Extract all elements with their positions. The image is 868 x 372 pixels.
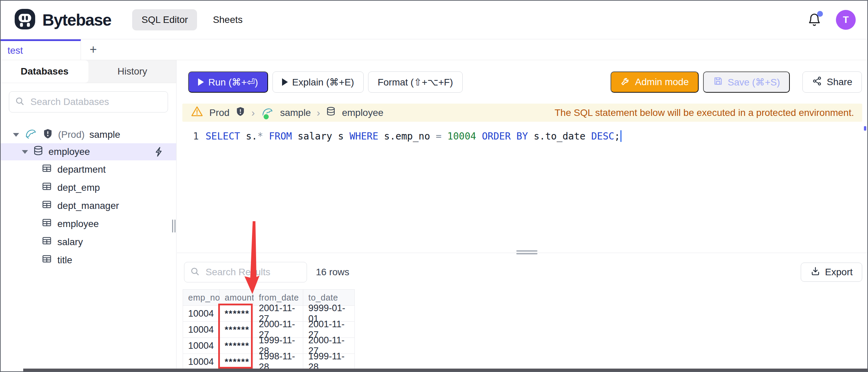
database-search[interactable] <box>9 91 168 112</box>
environment-shield-icon <box>235 106 246 119</box>
chevron-down-icon[interactable] <box>13 133 19 137</box>
row-count: 16 rows <box>316 267 349 278</box>
tree-table-row[interactable]: department <box>1 160 176 178</box>
chevron-separator: › <box>251 108 255 118</box>
horizontal-scrollbar[interactable] <box>23 369 867 371</box>
table-grid-icon <box>42 181 52 194</box>
sidebar: Databases History <box>1 60 177 369</box>
database-cylinder-icon <box>33 145 44 159</box>
app-window: Bytebase SQL Editor Sheets T test + Data… <box>0 0 868 372</box>
search-databases-input[interactable] <box>30 96 162 108</box>
tree-table-row[interactable]: employee <box>1 215 176 233</box>
result-cell[interactable]: 10004 <box>183 322 220 338</box>
explain-button[interactable]: Explain (⌘+E) <box>272 71 364 93</box>
table-name-label: department <box>57 164 106 175</box>
table-name-label: title <box>57 255 72 266</box>
tree-table-row[interactable]: dept_emp <box>1 178 176 197</box>
breadcrumb-env[interactable]: Prod <box>209 107 229 118</box>
avatar[interactable]: T <box>836 10 856 30</box>
results-grid: emp_noamountfrom_dateto_date10004******2… <box>183 290 355 369</box>
mysql-dolphin-icon <box>261 106 274 120</box>
annotation-arrow <box>240 219 267 297</box>
table-grid-icon <box>42 199 52 212</box>
top-bar: Bytebase SQL Editor Sheets T <box>1 1 867 39</box>
annotation-highlight-box <box>218 304 253 369</box>
warning-triangle-icon <box>191 105 204 120</box>
notification-bell-icon[interactable] <box>807 12 822 27</box>
instance-env-label: (Prod) <box>58 129 85 140</box>
search-icon <box>190 266 200 278</box>
sql-statement[interactable]: SELECT s.* FROM salary s WHERE s.emp_no … <box>206 131 620 142</box>
sidebar-tabs: Databases History <box>1 60 176 83</box>
chevron-down-icon[interactable] <box>22 150 28 154</box>
result-cell[interactable]: 10004 <box>183 354 220 369</box>
editor-toolbar: Run (⌘+⏎) Explain (⌘+E) Format (⇧+⌥+F) A… <box>188 71 862 93</box>
sheet-tab-label: test <box>8 45 23 56</box>
sidebar-resize-handle[interactable] <box>172 220 176 232</box>
tab-history[interactable]: History <box>88 60 176 83</box>
admin-mode-button[interactable]: Admin mode <box>611 71 699 93</box>
database-cylinder-icon <box>326 106 336 119</box>
tree-table-row[interactable]: salary <box>1 233 176 251</box>
format-button[interactable]: Format (⇧+⌥+F) <box>368 71 463 93</box>
table-grid-icon <box>42 236 52 248</box>
table-name-label: dept_manager <box>57 200 119 211</box>
export-button[interactable]: Export <box>801 263 862 282</box>
connection-status-dot <box>263 113 270 120</box>
line-number: 1 <box>177 131 199 142</box>
sql-editor[interactable]: 1 SELECT s.* FROM salary s WHERE s.emp_n… <box>177 129 867 144</box>
table-name-label: salary <box>57 237 83 248</box>
top-nav: SQL Editor Sheets <box>132 9 242 30</box>
panel-resize-handle[interactable] <box>516 250 537 256</box>
table-name-label: employee <box>57 218 99 229</box>
nav-sql-editor[interactable]: SQL Editor <box>132 9 197 30</box>
column-header[interactable]: emp_no <box>183 290 220 306</box>
save-floppy-icon <box>713 76 723 89</box>
save-button[interactable]: Save (⌘+S) <box>703 71 790 93</box>
play-icon <box>282 78 288 86</box>
brand[interactable]: Bytebase <box>14 9 111 31</box>
result-cell[interactable]: 10004 <box>183 338 220 354</box>
wrench-icon <box>620 76 631 89</box>
bytebase-logo-icon <box>14 9 36 31</box>
environment-shield-icon <box>42 128 53 142</box>
chevron-separator: › <box>317 108 320 118</box>
table-name-label: dept_emp <box>57 182 100 193</box>
mysql-dolphin-icon <box>24 127 38 143</box>
table-grid-icon <box>42 217 52 230</box>
nav-sheets[interactable]: Sheets <box>213 14 242 25</box>
add-sheet-button[interactable]: + <box>81 39 106 60</box>
brand-name: Bytebase <box>42 11 111 29</box>
editor-panel: Run (⌘+⏎) Explain (⌘+E) Format (⇧+⌥+F) A… <box>177 60 867 369</box>
breadcrumb-table[interactable]: employee <box>342 107 383 118</box>
breadcrumb-database[interactable]: sample <box>280 107 311 118</box>
text-cursor <box>620 130 621 142</box>
protected-environment-warning: The SQL statement below will be executed… <box>555 107 854 118</box>
editor-overview-ruler-mark <box>864 126 866 131</box>
tree-database-row-selected[interactable]: employee <box>1 143 176 160</box>
table-list: department dept_emp dept_manager <box>1 160 176 269</box>
run-button[interactable]: Run (⌘+⏎) <box>188 71 268 93</box>
tab-databases[interactable]: Databases <box>1 60 88 83</box>
results-toolbar: 16 rows Export <box>184 262 862 283</box>
breadcrumb: Prod › sample › <box>182 104 862 122</box>
instance-name-label: sample <box>89 129 120 140</box>
result-cell[interactable]: 1998-11-28 <box>254 354 303 369</box>
results-table: emp_noamountfrom_dateto_date10004******2… <box>183 289 355 369</box>
download-icon <box>810 266 821 279</box>
tree-table-row[interactable]: dept_manager <box>1 197 176 215</box>
result-cell[interactable]: 10004 <box>183 306 220 322</box>
result-cell[interactable]: 1999-11-28 <box>303 354 355 369</box>
sheet-tab-bar: test + <box>1 39 867 60</box>
database-tree: (Prod) sample employee <box>1 121 176 269</box>
share-nodes-icon <box>812 76 822 89</box>
sheet-tab-test[interactable]: test <box>1 39 81 60</box>
share-button[interactable]: Share <box>802 71 862 93</box>
tree-instance-row[interactable]: (Prod) sample <box>1 126 176 143</box>
search-icon <box>15 96 25 108</box>
database-name-label: employee <box>48 146 90 157</box>
top-right-actions: T <box>807 10 856 30</box>
lightning-icon[interactable] <box>154 146 165 160</box>
table-grid-icon <box>42 254 52 266</box>
tree-table-row[interactable]: title <box>1 251 176 269</box>
